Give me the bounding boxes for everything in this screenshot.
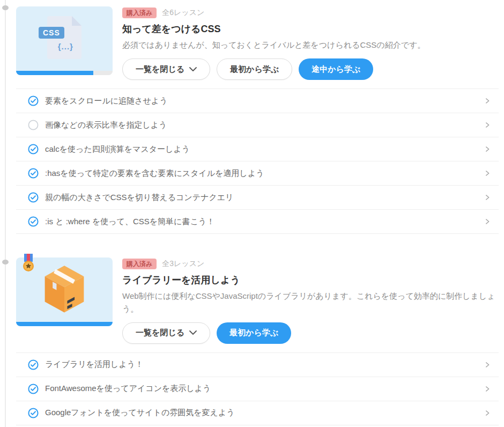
- lesson-row[interactable]: calcを使った四則演算をマスターしよう: [16, 137, 499, 161]
- course-thumbnail[interactable]: CSS {...}: [16, 6, 113, 75]
- purchased-badge: 購入済み: [122, 259, 157, 269]
- lesson-row[interactable]: 親の幅の大きさでCSSを切り替えるコンテナクエリ: [16, 186, 499, 210]
- learn-from-start-button[interactable]: 最初から学ぶ: [217, 322, 291, 344]
- learn-from-start-button[interactable]: 最初から学ぶ: [217, 58, 292, 80]
- lesson-row[interactable]: ライブラリを活用しよう！: [16, 353, 499, 377]
- course-title: ライブラリーを活用しよう: [122, 274, 499, 286]
- progress-track: [16, 71, 113, 75]
- lesson-row[interactable]: 画像などの表示比率を指定しよう: [16, 113, 499, 137]
- check-circle-icon: [28, 120, 39, 130]
- check-circle-icon: [28, 408, 39, 418]
- chevron-right-icon: [484, 194, 491, 201]
- lesson-title: :hasを使って特定の要素を含む要素にスタイルを適用しよう: [45, 168, 477, 179]
- lesson-list: ライブラリを活用しよう！ FontAwesomeを使ってアイコンを表示しよう G…: [16, 352, 499, 425]
- css-braces: {...}: [58, 42, 73, 51]
- chevron-right-icon: [484, 218, 491, 225]
- purchased-badge: 購入済み: [122, 8, 157, 18]
- lesson-title: :is と :where を使って、CSSを簡単に書こう！: [45, 217, 477, 227]
- check-circle-icon: [28, 144, 39, 154]
- lesson-row[interactable]: :is と :where を使って、CSSを簡単に書こう！: [16, 210, 499, 234]
- timeline-dot: [2, 5, 9, 10]
- course-info: 購入済み 全3レッスン ライブラリーを活用しよう Web制作には便利なCSSやJ…: [122, 257, 499, 344]
- lesson-title: 要素をスクロールに追随させよう: [45, 96, 477, 106]
- learn-from-middle-button[interactable]: 途中から学ぶ: [299, 58, 373, 80]
- chevron-right-icon: [484, 97, 491, 105]
- chevron-right-icon: [484, 385, 491, 393]
- lesson-row[interactable]: 要素をスクロールに追随させよう: [16, 89, 499, 113]
- course-description: 必須ではありませんが、知っておくとライバルと差をつけられるCSSの紹介です。: [122, 39, 499, 51]
- course-header: CSS {...} 購入済み 全6レッスン 知って差をつけるCSS 必須ではあり…: [16, 6, 499, 80]
- chevron-down-icon: [189, 67, 197, 72]
- lesson-title: Googleフォントを使ってサイトの雰囲気を変えよう: [45, 408, 477, 418]
- close-list-label: 一覧を閉じる: [136, 328, 184, 338]
- course-thumbnail-wrap: CSS {...}: [16, 6, 113, 75]
- timeline-dot: [2, 260, 9, 264]
- check-circle-icon: [28, 95, 39, 106]
- chevron-right-icon: [484, 170, 491, 177]
- lesson-row[interactable]: Googleフォントを使ってサイトの雰囲気を変えよう: [16, 401, 499, 425]
- package-box-icon: [39, 262, 90, 315]
- chevron-right-icon: [484, 121, 491, 129]
- lesson-title: calcを使った四則演算をマスターしよう: [45, 144, 477, 154]
- close-list-label: 一覧を閉じる: [136, 64, 184, 75]
- course-card-libraries: 購入済み 全3レッスン ライブラリーを活用しよう Web制作には便利なCSSやJ…: [16, 257, 499, 425]
- lesson-title: 画像などの表示比率を指定しよう: [45, 120, 477, 130]
- lesson-count: 全6レッスン: [162, 8, 204, 18]
- course-header: 購入済み 全3レッスン ライブラリーを活用しよう Web制作には便利なCSSやJ…: [16, 257, 499, 344]
- close-list-button[interactable]: 一覧を閉じる: [122, 58, 210, 80]
- css-label: CSS: [39, 27, 64, 39]
- timeline-line: [5, 0, 6, 427]
- progress-track: [16, 322, 113, 326]
- course-thumbnail-wrap: [16, 257, 113, 326]
- lesson-title: 親の幅の大きさでCSSを切り替えるコンテナクエリ: [45, 193, 477, 203]
- check-circle-icon: [28, 359, 39, 370]
- learn-from-middle-label: 途中から学ぶ: [312, 64, 360, 75]
- course-title: 知って差をつけるCSS: [122, 23, 499, 35]
- course-info: 購入済み 全6レッスン 知って差をつけるCSS 必須ではありませんが、知っておく…: [122, 6, 499, 80]
- learn-from-start-label: 最初から学ぶ: [230, 64, 279, 75]
- lesson-title: ライブラリを活用しよう！: [45, 359, 477, 370]
- check-circle-icon: [28, 168, 39, 179]
- course-list-page: CSS {...} 購入済み 全6レッスン 知って差をつけるCSS 必須ではあり…: [0, 0, 504, 427]
- check-circle-icon: [28, 216, 39, 227]
- button-row: 一覧を閉じる 最初から学ぶ 途中から学ぶ: [122, 58, 499, 80]
- lesson-count: 全3レッスン: [162, 259, 204, 269]
- learn-from-start-label: 最初から学ぶ: [229, 328, 278, 338]
- check-circle-icon: [28, 384, 39, 394]
- lesson-title: FontAwesomeを使ってアイコンを表示しよう: [45, 384, 477, 394]
- course-description: Web制作には便利なCSSやJavaScriptのライブラリがあります。これらを…: [122, 290, 499, 315]
- lesson-list: 要素をスクロールに追随させよう 画像などの表示比率を指定しよう calcを使った…: [16, 89, 499, 234]
- chevron-right-icon: [484, 361, 491, 369]
- progress-fill: [16, 71, 93, 75]
- close-list-button[interactable]: 一覧を閉じる: [122, 322, 210, 344]
- chevron-down-icon: [189, 330, 197, 335]
- lesson-row[interactable]: :hasを使って特定の要素を含む要素にスタイルを適用しよう: [16, 161, 499, 186]
- lesson-row[interactable]: FontAwesomeを使ってアイコンを表示しよう: [16, 377, 499, 401]
- course-card-css: CSS {...} 購入済み 全6レッスン 知って差をつけるCSS 必須ではあり…: [16, 6, 499, 234]
- chevron-right-icon: [484, 409, 491, 417]
- medal-icon: [21, 254, 35, 272]
- chevron-right-icon: [484, 145, 491, 153]
- button-row: 一覧を閉じる 最初から学ぶ: [122, 322, 499, 344]
- css-file-icon: CSS {...}: [47, 16, 81, 59]
- check-circle-icon: [28, 192, 39, 203]
- progress-fill: [16, 322, 113, 326]
